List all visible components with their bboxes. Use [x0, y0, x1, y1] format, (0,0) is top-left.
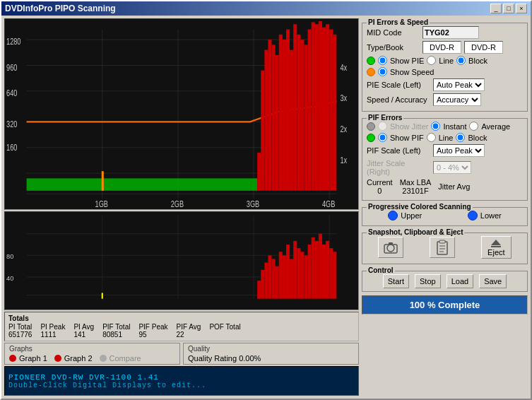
svg-rect-25 — [268, 40, 271, 191]
graph2-label: Graph 2 — [64, 354, 93, 363]
svg-rect-37 — [312, 22, 315, 190]
svg-rect-35 — [304, 45, 307, 190]
jitter-scale-row: Jitter Scale (Right) 0 - 4% — [367, 159, 523, 176]
svg-marker-91 — [491, 240, 501, 245]
mid-code-label: MID Code — [367, 28, 420, 37]
pie-block-label: Block — [468, 57, 487, 65]
svg-rect-28 — [279, 35, 283, 191]
eject-button[interactable]: Eject — [481, 236, 511, 259]
save-button[interactable]: Save — [479, 274, 507, 288]
stats-row: Current 0 Max LBA 23101F Jitter Avg — [367, 178, 523, 195]
jitter-dot — [367, 122, 375, 131]
close-button[interactable]: × — [516, 4, 527, 13]
svg-rect-26 — [272, 45, 276, 190]
svg-rect-32 — [293, 24, 297, 191]
show-jitter-label: Show Jitter — [390, 122, 428, 131]
pie-scale-select[interactable]: Auto Peak — [433, 78, 485, 91]
pif-avg-label: PIF Avg — [177, 323, 201, 331]
show-pif-label: Show PIF — [390, 134, 424, 142]
show-pif-radio[interactable] — [378, 133, 387, 142]
svg-rect-41 — [326, 24, 329, 191]
max-lba-value: 23101F — [402, 187, 428, 195]
svg-rect-70 — [293, 241, 297, 299]
bottom-chart: 80 40 — [4, 211, 359, 310]
svg-rect-81 — [333, 252, 336, 298]
show-pie-radio[interactable] — [378, 56, 387, 65]
svg-text:2GB: 2GB — [171, 199, 184, 209]
svg-text:320: 320 — [6, 119, 17, 129]
totals-values: PI Total 651776 PI Peak 1111 PI Avg 141 … — [8, 323, 355, 339]
graph1-item[interactable]: Graph 1 — [9, 354, 47, 363]
svg-rect-62 — [264, 263, 268, 299]
clipboard-button[interactable] — [430, 237, 455, 258]
content-area: 1280 960 640 320 160 4x 3x 2x 1x — [1, 16, 531, 399]
pie-scale-label: PIE Scale (Left) — [367, 81, 430, 89]
jitter-avg-radio[interactable] — [469, 122, 478, 131]
svg-rect-42 — [329, 30, 333, 191]
svg-rect-27 — [276, 55, 279, 191]
pif-line-radio[interactable] — [427, 133, 436, 142]
svg-text:2x: 2x — [340, 124, 347, 134]
svg-rect-38 — [315, 24, 319, 191]
graphs-box: Graphs Graph 1 Graph 2 Compare — [4, 343, 180, 365]
svg-rect-24 — [264, 50, 268, 191]
minimize-button[interactable]: _ — [490, 4, 502, 13]
compare-item[interactable]: Compare — [100, 354, 141, 363]
jitter-instant-radio[interactable] — [431, 122, 440, 131]
show-jitter-radio[interactable] — [378, 122, 387, 131]
pi-errors-label: PI Errors & Speed — [367, 18, 430, 26]
svg-point-83 — [387, 245, 394, 252]
pif-avg-value: 22 — [177, 331, 184, 339]
show-speed-radio[interactable] — [378, 67, 387, 76]
quality-box: Quality Quality Rating 0.00% — [183, 343, 359, 365]
svg-rect-73 — [304, 255, 307, 298]
pie-block-radio[interactable] — [456, 56, 466, 65]
pif-scale-select[interactable]: Auto Peak — [433, 144, 485, 157]
graph2-dot — [54, 355, 61, 362]
jitter-scale-select[interactable]: 0 - 4% — [433, 161, 471, 174]
load-button[interactable]: Load — [447, 274, 473, 288]
svg-rect-72 — [300, 252, 304, 298]
progressive-group: Progressive Colored Scanning Upper Lower — [362, 207, 528, 226]
jitter-avg-label: Jitter Avg — [438, 182, 470, 191]
lower-label: Lower — [480, 211, 502, 220]
type-book-field2[interactable] — [464, 41, 503, 54]
compare-dot — [100, 355, 107, 362]
speed-acc-label: Speed / Accuracy — [367, 95, 430, 104]
start-button[interactable]: Start — [383, 274, 409, 288]
svg-text:80: 80 — [6, 253, 13, 260]
totals-section: Totals PI Total 651776 PI Peak 1111 PI A… — [4, 312, 359, 341]
jitter-instant-label: Instant — [443, 122, 466, 131]
pif-total-value: 80851 — [102, 331, 122, 339]
pif-line-label: Line — [439, 134, 454, 142]
right-panel: PI Errors & Speed MID Code Type/Book Sho… — [362, 18, 528, 396]
svg-rect-86 — [437, 242, 447, 254]
pi-peak-label: PI Peak — [40, 323, 65, 331]
speed-acc-select[interactable]: Accuracy — [433, 93, 481, 106]
type-book-label: Type/Book — [367, 43, 420, 52]
stop-button[interactable]: Stop — [415, 274, 441, 288]
mid-code-field[interactable] — [422, 26, 479, 39]
svg-text:4x: 4x — [340, 62, 347, 72]
max-lba-label: Max LBA — [400, 178, 432, 187]
snapshot-button[interactable] — [378, 237, 403, 258]
svg-rect-44 — [102, 171, 104, 191]
pie-line-radio[interactable] — [427, 56, 436, 65]
lcd-display[interactable]: PIONEER DVD-RW DVR-1100 1.41 Double-Clic… — [4, 366, 359, 396]
pi-errors-group: PI Errors & Speed MID Code Type/Book Sho… — [362, 23, 528, 112]
graph2-item[interactable]: Graph 2 — [54, 354, 93, 363]
svg-rect-80 — [329, 248, 333, 299]
jitter-row: Show Jitter Instant Average — [367, 122, 523, 131]
svg-rect-65 — [276, 266, 279, 299]
svg-text:1GB: 1GB — [95, 199, 108, 209]
progress-complete: 100 % Complete — [362, 295, 528, 314]
svg-text:3GB: 3GB — [247, 199, 259, 209]
maximize-button[interactable]: □ — [503, 4, 514, 13]
show-pie-label: Show PIE — [390, 57, 424, 65]
type-book-field1[interactable] — [422, 41, 461, 54]
svg-rect-63 — [268, 255, 271, 298]
progress-text: 100 % Complete — [410, 300, 480, 310]
pif-block-radio[interactable] — [456, 133, 465, 142]
svg-rect-22 — [257, 153, 261, 191]
svg-text:960: 960 — [6, 62, 17, 72]
